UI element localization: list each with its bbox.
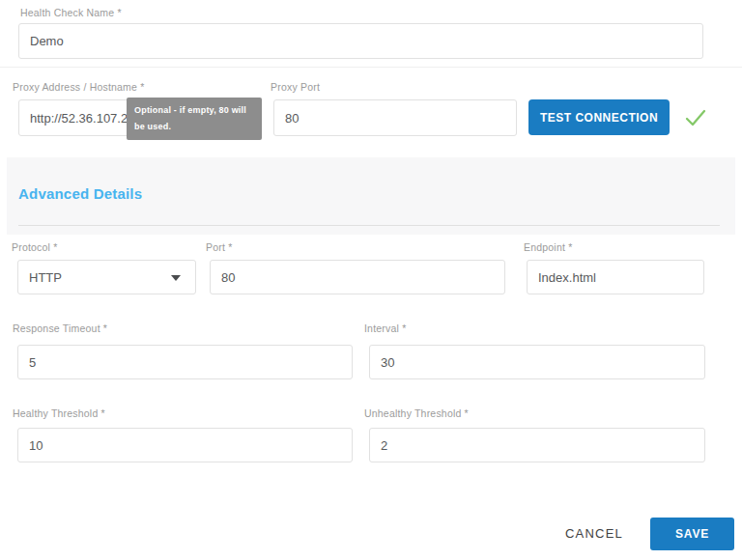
health-check-name-input[interactable] [18,23,703,59]
advanced-details-title: Advanced Details [18,185,142,202]
protocol-select[interactable]: HTTP [17,260,196,294]
response-timeout-input[interactable] [17,345,353,379]
proxy-port-tooltip: Optional - if empty, 80 will be used. [127,98,262,140]
healthy-threshold-label: Healthy Threshold * [13,407,105,419]
health-check-name-label: Health Check Name * [20,7,122,18]
health-check-form: Health Check Name * Proxy Address / Host… [0,0,742,560]
protocol-select-value: HTTP [29,270,62,285]
endpoint-label: Endpoint * [524,241,572,253]
save-button[interactable]: SAVE [650,518,734,550]
proxy-port-input[interactable] [273,99,517,136]
proxy-port-label: Proxy Port [271,81,320,93]
advanced-details-section: Advanced Details [7,157,735,235]
port-input[interactable] [210,260,505,294]
test-connection-button[interactable]: TEST CONNECTION [528,99,670,135]
endpoint-input[interactable] [527,260,704,294]
unhealthy-threshold-label: Unhealthy Threshold * [364,407,469,419]
port-label: Port * [206,241,232,253]
section-divider [18,225,720,226]
protocol-label: Protocol * [12,241,58,253]
row-divider [0,67,742,68]
unhealthy-threshold-input[interactable] [369,428,705,462]
response-timeout-label: Response Timeout * [13,322,107,334]
healthy-threshold-input[interactable] [17,428,353,462]
proxy-address-label: Proxy Address / Hostname * [13,81,145,93]
interval-label: Interval * [364,322,406,334]
interval-input[interactable] [369,345,705,379]
cancel-button[interactable]: CANCEL [557,522,631,545]
chevron-down-icon [171,275,181,281]
success-check-icon [682,104,709,131]
